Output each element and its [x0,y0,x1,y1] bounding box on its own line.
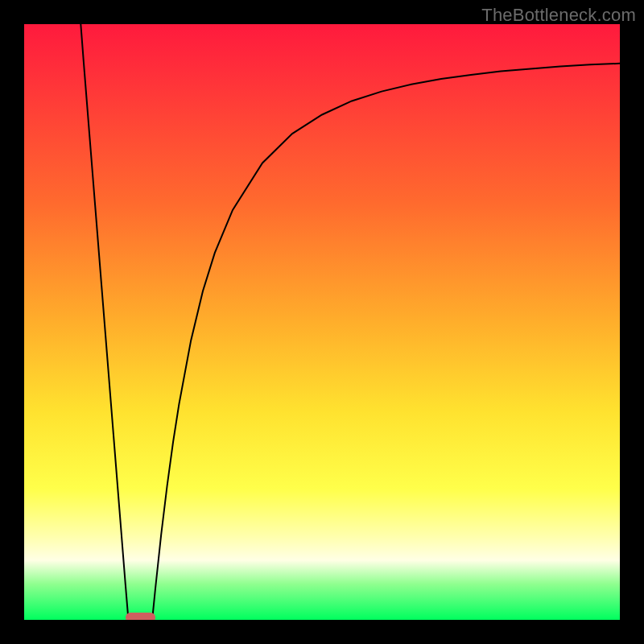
curve-layer [24,24,620,620]
minimum-marker [126,613,155,620]
chart-frame: TheBottleneck.com [0,0,644,644]
series-right-branch [152,64,620,620]
series-left-branch [80,24,128,620]
plot-area [24,24,620,620]
watermark-text: TheBottleneck.com [481,5,636,26]
